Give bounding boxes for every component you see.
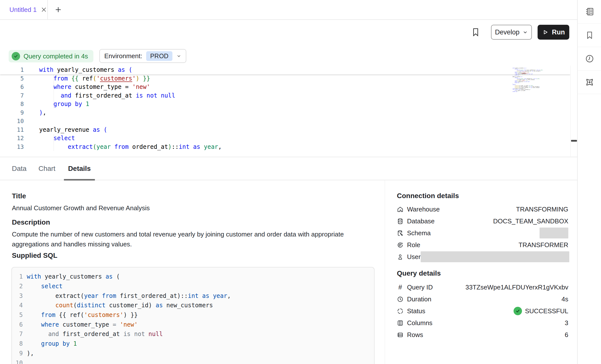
sidebar-button-notebook[interactable] <box>578 0 601 24</box>
description-value: Compute the number of new customers and … <box>12 229 374 249</box>
bookmark-icon[interactable] <box>470 27 481 38</box>
close-icon[interactable] <box>41 6 47 13</box>
supplied-sql-line: 7 and first_ordered_at is not null <box>12 329 374 339</box>
redacted-value <box>421 251 569 262</box>
tab-untitled-1[interactable]: Untitled 1 <box>0 0 48 19</box>
detail-label: Role <box>407 241 420 249</box>
run-button[interactable]: Run <box>538 25 569 40</box>
environment-selector[interactable]: Environment: PROD <box>99 49 186 63</box>
develop-dropdown[interactable]: Develop <box>491 25 532 40</box>
supplied-sql-heading: Supplied SQL <box>12 252 57 260</box>
code-line[interactable]: 12 select <box>0 134 570 143</box>
detail-label: Columns <box>407 319 433 327</box>
code-line[interactable]: 7 and first_ordered_at is not null <box>0 91 570 100</box>
code-line[interactable]: 6 where customer_type = 'new' <box>0 83 570 91</box>
detail-row: Schema <box>397 227 568 239</box>
indent-guide <box>54 83 54 91</box>
status-spinner-icon <box>397 308 404 314</box>
indent-guide <box>54 143 54 151</box>
detail-value: SUCCESSFUL <box>525 307 568 315</box>
detail-value: 4s <box>562 295 568 303</box>
dbt-canvas-icon <box>585 77 595 87</box>
detail-value: DOCS_TEAM_SANDBOX <box>493 217 568 225</box>
line-number: 10 <box>0 118 27 124</box>
database-icon <box>397 218 404 225</box>
line-number: 6 <box>12 321 23 328</box>
tab-chart[interactable]: Chart <box>38 157 55 180</box>
results-tab-bar: DataChartDetails <box>0 157 577 180</box>
indent-guide <box>54 74 54 83</box>
code-line[interactable]: 5 from {{ ref('customers') }} <box>0 74 570 83</box>
line-number: 9 <box>0 109 27 116</box>
tab-title: Untitled 1 <box>9 6 37 14</box>
detail-label: Schema <box>407 229 431 237</box>
supplied-sql-line: 10 <box>12 358 374 364</box>
detail-value: TRANSFORMER <box>519 241 568 249</box>
check-circle-icon <box>12 52 20 60</box>
supplied-sql-line: 2 select <box>12 282 374 291</box>
chevron-down-icon <box>176 53 181 58</box>
notebook-icon <box>585 7 594 16</box>
sidebar-button-bookmark[interactable] <box>578 24 601 47</box>
code-line[interactable]: 11yearly_revenue as ( <box>0 126 570 134</box>
line-number: 2 <box>12 283 23 290</box>
line-number: 5 <box>0 75 27 82</box>
app-window: Untitled 1 Develop Run Query completed i… <box>0 0 601 364</box>
line-number: 4 <box>12 302 23 309</box>
supplied-sql-line: 5 from {{ ref('customers') }} <box>12 310 374 320</box>
query-status-pill: Query completed in 4s <box>9 50 93 62</box>
connection-details-panel: Connection details WarehouseTRANSFORMING… <box>397 192 568 263</box>
develop-label: Develop <box>495 28 519 36</box>
chevron-down-icon <box>522 29 528 35</box>
environment-label: Environment: <box>104 52 142 60</box>
detail-label: Database <box>407 217 435 225</box>
supplied-sql-line: 8 group by 1 <box>12 339 374 349</box>
line-number: 9 <box>12 350 23 357</box>
line-number: 1 <box>12 273 23 280</box>
title-heading: Title <box>12 192 26 200</box>
detail-row: DatabaseDOCS_TEAM_SANDBOX <box>397 215 568 227</box>
editor-minimap[interactable]: with yearly_customers as ( select extrac… <box>513 68 542 92</box>
detail-row: WarehouseTRANSFORMING <box>397 203 568 215</box>
detail-label: Duration <box>407 295 431 303</box>
line-number: 11 <box>0 127 27 133</box>
redacted-value <box>540 228 568 238</box>
editor-scrollbar-thumb[interactable] <box>571 140 577 142</box>
detail-row: User <box>397 251 568 263</box>
code-line[interactable]: 9), <box>0 108 570 117</box>
rows-icon <box>397 332 404 338</box>
detail-label: Warehouse <box>407 206 440 213</box>
sidebar-button-dbt-canvas[interactable] <box>578 71 601 94</box>
clock-icon <box>585 54 594 63</box>
new-tab-button[interactable] <box>51 0 66 19</box>
environment-value-pill: PROD <box>146 51 172 61</box>
sidebar-button-clock[interactable] <box>578 47 601 71</box>
editor-tab-bar: Untitled 1 <box>0 0 577 20</box>
line-number: 8 <box>12 340 23 347</box>
detail-row: Columns3 <box>397 317 568 329</box>
supplied-sql-block: 1with yearly_customers as (2 select3 ext… <box>11 267 375 364</box>
detail-row: #Query ID33TZseWpe1ALFDUYerxR1gVKxbv <box>397 281 568 293</box>
code-line[interactable]: 8 group by 1 <box>0 100 570 108</box>
indent-guide <box>54 134 54 143</box>
line-number: 12 <box>0 135 27 141</box>
code-line[interactable]: 13 extract(year from ordered_at)::int as… <box>0 143 570 151</box>
line-number: 5 <box>12 312 23 318</box>
tab-details[interactable]: Details <box>64 157 95 180</box>
columns-icon <box>397 320 404 326</box>
sql-editor[interactable]: 1with yearly_customers as (5 from {{ ref… <box>0 66 570 157</box>
role-icon <box>397 242 404 248</box>
sticky-code-line[interactable]: 1with yearly_customers as ( <box>0 66 570 74</box>
line-number: 6 <box>0 84 27 90</box>
line-number: 3 <box>12 292 23 299</box>
code-line[interactable]: 10 <box>0 117 570 126</box>
detail-label: Query ID <box>407 284 433 291</box>
tab-data[interactable]: Data <box>12 157 27 180</box>
detail-value: TRANSFORMING <box>516 206 568 213</box>
hash-icon: # <box>397 284 404 291</box>
duration-clock-icon <box>397 296 404 303</box>
detail-row: Rows6 <box>397 329 568 341</box>
editor-scrollbar[interactable] <box>570 66 577 157</box>
detail-value: 3 <box>565 319 568 327</box>
success-check-icon <box>514 307 522 315</box>
